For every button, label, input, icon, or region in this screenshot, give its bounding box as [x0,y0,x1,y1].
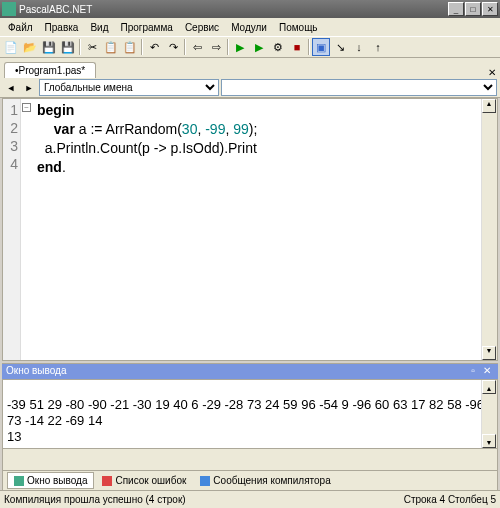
step-into-icon[interactable]: ↓ [350,38,368,56]
scroll-down-icon[interactable]: ▼ [482,346,496,360]
tab-compiler[interactable]: Сообщения компилятора [194,473,336,488]
paste-icon[interactable]: 📋 [121,38,139,56]
scroll-down-icon[interactable]: ▼ [482,434,496,448]
app-icon [2,2,16,16]
tab-output[interactable]: Окно вывода [7,472,94,489]
status-bar: Компиляция прошла успешно (4 строк) Стро… [0,490,500,508]
file-tabs: •Program1.pas* ✕ [0,58,500,78]
cursor-position: Строка 4 Столбец 5 [404,494,496,505]
menu-edit[interactable]: Правка [39,20,85,35]
code-editor[interactable]: 1 2 3 4 − begin var a := ArrRandom(30, -… [2,98,498,361]
output-panel[interactable]: -39 51 29 -80 -90 -21 -30 19 40 6 -29 -2… [2,379,498,449]
nav-forward-icon[interactable]: ⇨ [207,38,225,56]
member-dropdown[interactable] [221,79,497,96]
nav-next-icon[interactable]: ► [21,80,37,96]
step-over-icon[interactable]: ↘ [331,38,349,56]
output-panel-header: Окно вывода ▫ ✕ [2,363,498,379]
pin-icon[interactable]: ▫ [466,365,480,378]
save-all-icon[interactable]: 💾 [59,38,77,56]
fold-column: − [21,99,33,360]
open-file-icon[interactable]: 📂 [21,38,39,56]
copy-icon[interactable]: 📋 [102,38,120,56]
navigator-bar: ◄ ► Глобальные имена [0,78,500,98]
new-file-icon[interactable]: 📄 [2,38,20,56]
output-close-icon[interactable]: ✕ [480,365,494,378]
tab-program1[interactable]: •Program1.pas* [4,62,96,78]
status-message: Компиляция прошла успешно (4 строк) [4,494,404,505]
stop-icon[interactable]: ■ [288,38,306,56]
step-out-icon[interactable]: ↑ [369,38,387,56]
menu-modules[interactable]: Модули [225,20,273,35]
run-noconsole-icon[interactable]: ▶ [250,38,268,56]
scroll-up-icon[interactable]: ▲ [482,99,496,113]
maximize-button[interactable]: □ [465,2,481,16]
output-scrollbar[interactable]: ▲ ▼ [481,380,497,448]
menu-file[interactable]: Файл [2,20,39,35]
menu-view[interactable]: Вид [84,20,114,35]
titlebar: PascalABC.NET _ □ ✕ [0,0,500,18]
compile-icon[interactable]: ⚙ [269,38,287,56]
separator [308,39,310,55]
bottom-tabs: Окно вывода Список ошибок Сообщения комп… [2,471,498,491]
input-panel[interactable] [2,449,498,471]
separator [184,39,186,55]
redo-icon[interactable]: ↷ [164,38,182,56]
undo-icon[interactable]: ↶ [145,38,163,56]
separator [141,39,143,55]
nav-prev-icon[interactable]: ◄ [3,80,19,96]
code-area[interactable]: begin var a := ArrRandom(30, -99, 99); a… [21,99,497,360]
line-gutter: 1 2 3 4 [3,99,21,360]
scroll-up-icon[interactable]: ▲ [482,380,496,394]
cut-icon[interactable]: ✂ [83,38,101,56]
toolbar: 📄 📂 💾 💾 ✂ 📋 📋 ↶ ↷ ⇦ ⇨ ▶ ▶ ⚙ ■ ▣ ↘ ↓ ↑ [0,36,500,58]
nav-back-icon[interactable]: ⇦ [188,38,206,56]
fold-minus-icon[interactable]: − [22,103,31,112]
minimize-button[interactable]: _ [448,2,464,16]
menu-program[interactable]: Программа [114,20,178,35]
close-button[interactable]: ✕ [482,2,498,16]
separator [227,39,229,55]
separator [79,39,81,55]
output-panel-title: Окно вывода [6,365,466,378]
tab-errors[interactable]: Список ошибок [96,473,192,488]
menu-help[interactable]: Помощь [273,20,324,35]
output-result: 13 [7,429,21,444]
editor-scrollbar[interactable]: ▲ ▼ [481,99,497,360]
output-toggle-icon[interactable]: ▣ [312,38,330,56]
run-icon[interactable]: ▶ [231,38,249,56]
scope-dropdown[interactable]: Глобальные имена [39,79,219,96]
window-title: PascalABC.NET [19,4,448,15]
menubar: Файл Правка Вид Программа Сервис Модули … [0,18,500,36]
output-line: -39 51 29 -80 -90 -21 -30 19 40 6 -29 -2… [7,397,492,428]
menu-service[interactable]: Сервис [179,20,225,35]
tab-close-icon[interactable]: ✕ [484,67,500,78]
save-icon[interactable]: 💾 [40,38,58,56]
